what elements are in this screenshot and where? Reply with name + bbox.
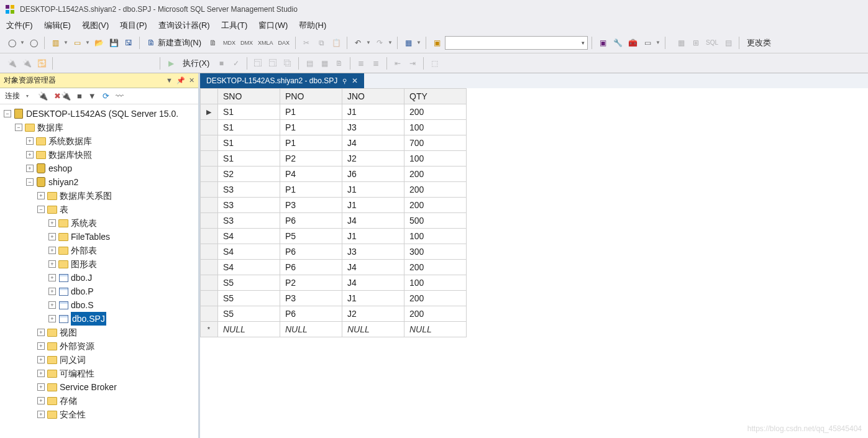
cell[interactable]: S3 (218, 198, 280, 213)
cell[interactable]: S1 (218, 120, 280, 135)
tree-systables-node[interactable]: +系统表 (0, 216, 198, 230)
cell[interactable]: J2 (342, 151, 404, 167)
cell[interactable]: P6 (280, 306, 342, 322)
table-row[interactable]: S3P6J4500 (201, 213, 467, 229)
cell[interactable]: S1 (218, 104, 280, 120)
expand-icon[interactable]: + (48, 274, 56, 281)
cell[interactable]: S4 (218, 244, 280, 260)
menu-window[interactable]: 窗口(W) (258, 20, 288, 31)
expand-icon[interactable]: + (37, 329, 45, 336)
tree-extres-node[interactable]: +外部资源 (0, 339, 198, 353)
cell[interactable]: S1 (218, 135, 280, 151)
table-row[interactable]: S4P5J1100 (201, 229, 467, 244)
diagram-icon[interactable]: ▦ (674, 36, 688, 50)
cut-icon[interactable]: ✂ (299, 36, 313, 50)
row-header[interactable] (201, 120, 218, 135)
cell[interactable]: S5 (218, 291, 280, 306)
dropdown-icon[interactable]: ▼ (63, 40, 69, 45)
document-tab-active[interactable]: DESKTOP-L1542AS.shiyan2 - dbo.SPJ ⚲ ✕ (200, 73, 364, 88)
dropdown-icon[interactable]: ▼ (166, 76, 173, 84)
tree-db-shiyan2-node[interactable]: −shiyan2 (0, 175, 198, 189)
cell[interactable]: J1 (342, 291, 404, 306)
cell[interactable]: P3 (280, 198, 342, 213)
cell[interactable]: 200 (404, 104, 467, 120)
cell[interactable]: 700 (404, 135, 467, 151)
expand-icon[interactable]: + (26, 137, 34, 145)
tree-storage-node[interactable]: +存储 (0, 394, 198, 408)
expand-icon[interactable]: + (37, 192, 45, 199)
dropdown-icon[interactable]: ▼ (388, 40, 393, 45)
redo-icon[interactable]: ↷ (373, 36, 386, 50)
row-header[interactable] (201, 306, 218, 322)
open-icon[interactable]: ▭ (70, 36, 84, 50)
table-row[interactable]: S4P6J4200 (201, 260, 467, 275)
nav-fwd-button[interactable]: ◯ (27, 36, 40, 50)
cell[interactable]: P3 (280, 291, 342, 306)
cell[interactable]: 100 (404, 229, 467, 244)
parse-icon[interactable]: ✓ (229, 57, 243, 70)
cell[interactable]: S3 (218, 182, 280, 198)
cell-null[interactable]: NULL (404, 322, 467, 337)
cell[interactable]: S5 (218, 306, 280, 322)
cell[interactable]: P1 (280, 135, 342, 151)
table-row[interactable]: S5P6J2200 (201, 306, 467, 322)
nav-back-button[interactable]: ◯ (5, 36, 19, 50)
specify-values-icon[interactable]: ⬚ (427, 57, 441, 70)
cell[interactable]: 100 (404, 275, 467, 291)
pin-icon[interactable]: ⚲ (342, 78, 347, 84)
dropdown-icon[interactable]: ▼ (656, 40, 661, 45)
cell[interactable]: J1 (342, 229, 404, 244)
template-icon[interactable]: ▭ (641, 36, 654, 50)
change-conn-icon[interactable]: 🔁 (35, 57, 48, 70)
registered-servers-icon[interactable]: ▣ (596, 36, 610, 50)
expand-icon[interactable]: + (37, 411, 45, 418)
tree-programmability-node[interactable]: +可编程性 (0, 367, 198, 380)
cell[interactable]: S4 (218, 260, 280, 275)
collapse-icon[interactable]: − (37, 206, 45, 213)
cell[interactable]: J6 (342, 167, 404, 182)
table-row[interactable]: S3P3J1200 (201, 198, 467, 213)
row-header[interactable]: ▶ (201, 104, 218, 120)
solution-icon[interactable]: ▣ (430, 36, 444, 50)
open-file-icon[interactable]: 📂 (92, 36, 106, 50)
collapse-icon[interactable]: − (15, 124, 22, 131)
cell[interactable]: P6 (280, 244, 342, 260)
new-row[interactable]: *NULLNULLNULLNULL (201, 322, 467, 337)
row-header[interactable] (201, 182, 218, 198)
criteria-icon[interactable]: ⊞ (689, 36, 703, 50)
row-header[interactable] (201, 244, 218, 260)
row-header[interactable] (201, 167, 218, 182)
row-header[interactable] (201, 260, 218, 275)
row-header[interactable] (201, 135, 218, 151)
table-row[interactable]: S1P2J2100 (201, 151, 467, 167)
mdx-query-icon[interactable]: MDX (221, 36, 237, 50)
stop-icon[interactable]: ■ (77, 91, 82, 101)
cell[interactable]: 200 (404, 198, 467, 213)
sql-pane-icon[interactable]: SQL (704, 36, 720, 50)
table-row[interactable]: S5P2J4100 (201, 275, 467, 291)
results-pane-icon[interactable]: ▤ (721, 36, 735, 50)
cell[interactable]: P2 (280, 275, 342, 291)
cell[interactable]: J1 (342, 182, 404, 198)
execute-play-icon[interactable]: ▶ (164, 57, 178, 70)
tree-sysdb-node[interactable]: +系统数据库 (0, 134, 198, 148)
table-row[interactable]: S1P1J3100 (201, 120, 467, 135)
menu-query-designer[interactable]: 查询设计器(R) (158, 20, 210, 31)
cell[interactable]: S1 (218, 151, 280, 167)
cell[interactable]: P1 (280, 120, 342, 135)
tree-servicebroker-node[interactable]: +Service Broker (0, 380, 198, 394)
cell[interactable]: 300 (404, 244, 467, 260)
cell[interactable]: P1 (280, 182, 342, 198)
column-header-sno[interactable]: SNO (218, 89, 280, 104)
row-header[interactable] (201, 275, 218, 291)
dropdown-icon[interactable]: ▼ (85, 40, 91, 45)
save-icon[interactable]: 💾 (107, 36, 121, 50)
solution-configurations-combo[interactable]: ▾ (445, 36, 588, 50)
cell[interactable]: P6 (280, 260, 342, 275)
row-header[interactable] (201, 213, 218, 229)
increase-indent-icon[interactable]: ⇥ (406, 57, 419, 70)
tree-server-node[interactable]: −DESKTOP-L1542AS (SQL Server 15.0. (0, 107, 198, 121)
expand-icon[interactable]: + (37, 383, 45, 391)
menu-view[interactable]: 视图(V) (82, 20, 109, 31)
table-row[interactable]: S1P1J4700 (201, 135, 467, 151)
